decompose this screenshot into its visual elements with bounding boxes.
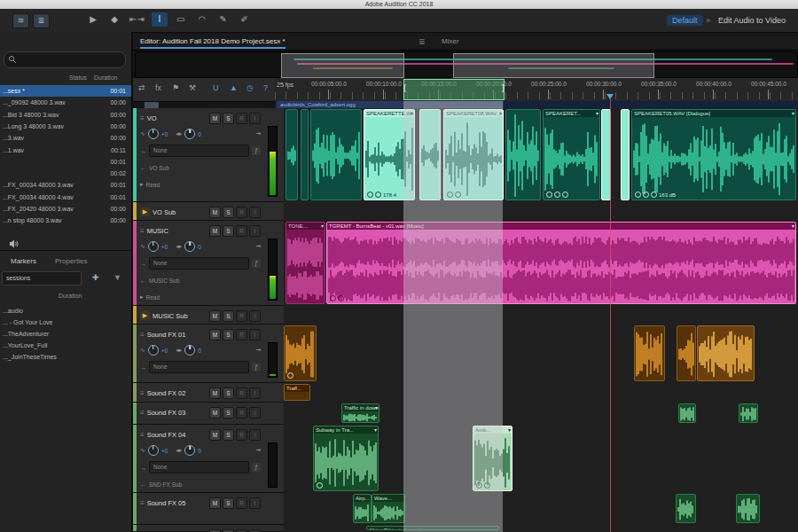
time-selection-band[interactable]: [403, 101, 503, 532]
move-tool-icon[interactable]: ▶: [85, 12, 101, 27]
arm-button[interactable]: R: [236, 529, 247, 532]
brush-tool-icon[interactable]: ✐: [237, 12, 253, 27]
clip-fx03-0[interactable]: Traffic in downt...▾: [341, 403, 379, 423]
track-header-fx03[interactable]: ≡Sound FX 03MSRI: [133, 403, 284, 425]
track-lane-fx02[interactable]: [284, 383, 798, 403]
sessions-duration-header[interactable]: Duration: [59, 293, 82, 299]
playhead-caret[interactable]: [606, 94, 614, 99]
time-selection-tool-icon[interactable]: I: [152, 12, 168, 27]
track-header-music-sub[interactable]: ▶MUSIC SubMSRI: [133, 306, 284, 325]
clip-fx05-3[interactable]: [736, 494, 760, 523]
clock-icon[interactable]: ◷: [246, 83, 254, 92]
mute-button[interactable]: M: [209, 310, 221, 322]
clip-music-1[interactable]: TGREMT - BurnsBeat - v01.wav [Music]▾: [326, 222, 796, 304]
help-icon[interactable]: ?: [263, 83, 268, 92]
file-row[interactable]: ...3.wav00:00: [0, 132, 131, 144]
send-target[interactable]: VO Sub: [149, 165, 169, 171]
file-row[interactable]: ..._09092 48000 3.wav00:00: [0, 97, 131, 108]
ruler-time-selection[interactable]: {}: [403, 79, 505, 100]
solo-button[interactable]: S: [223, 310, 234, 322]
track-lane-music-sub[interactable]: [284, 306, 798, 325]
mix-icon[interactable]: ⇄: [138, 83, 145, 92]
clip-fx01-2[interactable]: [677, 325, 696, 381]
razor-tool-icon[interactable]: ◆: [106, 12, 122, 27]
slip-tool-icon[interactable]: ⇤⇥: [128, 12, 146, 27]
clip-vo-10[interactable]: SPEAKERET05.WAV [Dialogue]▾163 dB: [631, 109, 796, 200]
clip-fade-button[interactable]: [562, 192, 568, 198]
clip-gain-button[interactable]: [635, 192, 641, 198]
solo-button[interactable]: S: [223, 429, 234, 441]
clip-fade-button[interactable]: [643, 192, 649, 198]
pan-knob[interactable]: [184, 241, 195, 252]
file-row[interactable]: ...Bid 3 48000 3.wav00:00: [0, 109, 131, 121]
workspace-menu-icon[interactable]: »: [706, 16, 710, 25]
clip-fx01-0[interactable]: [284, 325, 317, 381]
monitor-button[interactable]: I: [249, 207, 261, 218]
clip-vo-1[interactable]: [301, 109, 309, 200]
pan-knob[interactable]: [184, 129, 195, 139]
arm-button[interactable]: R: [236, 497, 247, 509]
workspace-button[interactable]: Default: [667, 15, 703, 26]
zoom-navigator[interactable]: [135, 51, 798, 78]
marker-flag-icon[interactable]: ⚑: [172, 83, 179, 92]
monitor-button[interactable]: I: [249, 113, 261, 124]
file-row[interactable]: ...FX_00034 48000 3.wav00:01: [0, 179, 131, 191]
clip-vo-9[interactable]: [621, 109, 630, 200]
fx-rack-icon[interactable]: ƒ: [252, 146, 261, 155]
mute-button[interactable]: M: [209, 225, 221, 237]
clip-fade-button[interactable]: [554, 192, 560, 198]
track-header-music[interactable]: ≡MUSICMSRI∿+0◂▸0⇥→Noneƒ←MUSIC Sub▸Read: [133, 221, 284, 306]
solo-button[interactable]: S: [223, 407, 234, 419]
clip-fade-button[interactable]: [375, 192, 381, 198]
mute-button[interactable]: M: [209, 407, 221, 419]
search-input[interactable]: [4, 51, 126, 68]
files-duration-column-header[interactable]: Duration: [94, 74, 117, 81]
clip-gain-button[interactable]: [287, 372, 293, 379]
clip-fx04-0[interactable]: Subway in Tra...▾: [313, 426, 379, 491]
tab-markers[interactable]: Markers: [11, 257, 36, 265]
file-row[interactable]: 00:02: [0, 168, 131, 179]
marquee-tool-icon[interactable]: ▭: [173, 12, 189, 27]
snap-icon[interactable]: U: [213, 83, 219, 92]
clip-fx03-1[interactable]: [678, 403, 696, 423]
track-header-fx02[interactable]: ≡Sound FX 02MSRI: [133, 383, 284, 403]
lasso-tool-icon[interactable]: ◠: [194, 12, 210, 27]
clip-fx05-2[interactable]: [676, 494, 696, 523]
file-row[interactable]: ...1.wav00:11: [0, 145, 131, 156]
tab-mixer[interactable]: Mixer: [442, 37, 459, 45]
session-row[interactable]: ..._JoinTheseTimes: [0, 351, 134, 363]
clip-fx05-1[interactable]: Wave...: [372, 494, 405, 523]
solo-button[interactable]: S: [223, 387, 234, 399]
session-row[interactable]: ... - Got Your Love: [0, 317, 134, 328]
file-row[interactable]: 00:01: [0, 156, 131, 168]
solo-button[interactable]: S: [223, 329, 234, 340]
track-lane-vo-sub[interactable]: [284, 202, 798, 222]
monitor-button[interactable]: I: [249, 429, 261, 441]
track-lane-fx06[interactable]: [284, 525, 798, 532]
solo-button[interactable]: S: [223, 113, 234, 124]
output-dropdown[interactable]: None: [149, 257, 249, 270]
arm-button[interactable]: R: [236, 225, 247, 237]
clip-gain-button[interactable]: [367, 192, 373, 198]
clip-music-0[interactable]: TONE...▾: [286, 222, 325, 304]
fx-rack-icon[interactable]: ƒ: [252, 363, 261, 372]
fx-rack-icon[interactable]: ƒ: [252, 259, 261, 268]
mute-button[interactable]: M: [209, 387, 221, 399]
sessions-dropdown[interactable]: sessions: [2, 271, 82, 286]
navigator-selection-box[interactable]: [281, 53, 404, 78]
clip-fade-button[interactable]: [338, 295, 344, 301]
tab-editor[interactable]: Editor: Audition Fall 2018 Demo Project.…: [140, 37, 286, 49]
timeline-ruler[interactable]: 25 fps 00:00:05:00.000:00:10:00.000:00:1…: [275, 78, 798, 102]
fx-rack-icon[interactable]: ƒ: [252, 463, 261, 472]
file-row[interactable]: ...FX_20420 48000 3.wav00:00: [0, 203, 131, 215]
file-row[interactable]: ...sesx *00:01: [0, 85, 131, 97]
track-header-vo-sub[interactable]: ▶VO SubMSRI: [133, 202, 284, 221]
panel-menu-icon[interactable]: ≣: [419, 37, 426, 46]
waveform-view-icon[interactable]: ≋: [12, 13, 29, 28]
pencil-tool-icon[interactable]: ✎: [215, 12, 231, 27]
output-dropdown[interactable]: None: [149, 361, 249, 373]
clip-vo-2[interactable]: [310, 109, 362, 200]
clip-vo-6[interactable]: [505, 109, 541, 200]
clip-fade-button[interactable]: [651, 192, 657, 198]
clip-fx01-3[interactable]: [697, 325, 755, 381]
